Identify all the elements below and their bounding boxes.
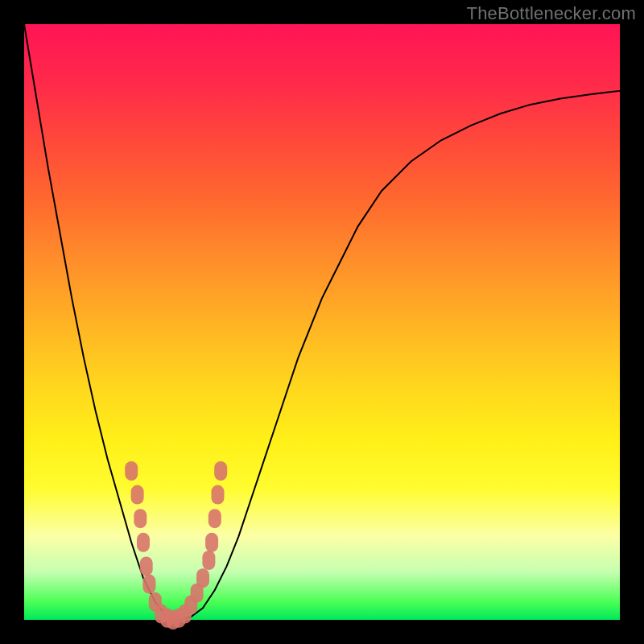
watermark-text: TheBottlenecker.com	[467, 3, 636, 24]
data-node	[134, 509, 147, 528]
data-node	[212, 485, 225, 505]
data-node	[142, 575, 155, 594]
data-node	[202, 551, 215, 570]
data-node	[125, 461, 138, 481]
data-node	[131, 485, 144, 505]
data-node	[205, 533, 218, 552]
plot-area	[24, 24, 620, 620]
bottleneck-curve	[24, 24, 620, 620]
data-node	[140, 556, 153, 576]
curve-layer	[24, 24, 620, 620]
data-node	[208, 509, 221, 528]
data-node	[196, 568, 209, 588]
data-node	[214, 461, 227, 481]
data-node	[137, 533, 150, 552]
chart-frame: TheBottlenecker.com	[0, 0, 644, 644]
